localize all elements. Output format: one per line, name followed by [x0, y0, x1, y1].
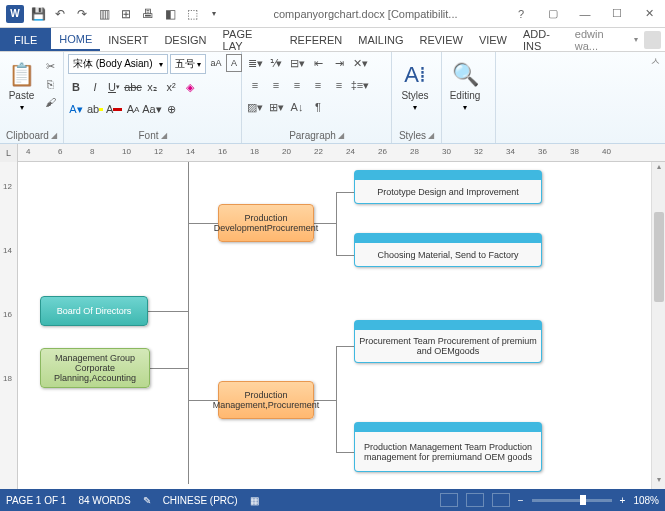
subscript-button[interactable]: x₂: [144, 78, 160, 96]
vertical-scrollbar[interactable]: ▴ ▾: [651, 162, 665, 489]
align-left-button[interactable]: ≡: [246, 76, 264, 94]
org-node-prod-mgmt-team[interactable]: Production Management Team Production ma…: [354, 422, 542, 472]
text-effects-button[interactable]: A▾: [68, 100, 84, 118]
bold-button[interactable]: B: [68, 78, 84, 96]
undo-icon[interactable]: ↶: [52, 6, 68, 22]
shrink-font-button[interactable]: AA: [125, 100, 141, 118]
editing-button[interactable]: 🔍 Editing ▾: [446, 54, 484, 120]
vertical-ruler[interactable]: 12 14 16 18: [0, 162, 18, 489]
status-proofing-icon[interactable]: ✎: [143, 495, 151, 506]
horizontal-ruler[interactable]: L 4 6 8 10 12 14 16 18 20 22 24 26 28 30…: [0, 144, 665, 162]
change-case-button[interactable]: Aa▾: [144, 100, 160, 118]
sort-button[interactable]: A↓: [288, 98, 306, 116]
zoom-in-button[interactable]: +: [620, 495, 626, 506]
tab-home[interactable]: HOME: [51, 28, 100, 51]
qat-icon-2[interactable]: ⊞: [118, 6, 134, 22]
org-node-prod-dev[interactable]: Production DevelopmentProcurement: [218, 204, 314, 242]
font-size-select[interactable]: 五号▾: [170, 54, 206, 74]
align-center-button[interactable]: ≡: [267, 76, 285, 94]
borders-button[interactable]: ⊞▾: [267, 98, 285, 116]
maximize-icon[interactable]: ☐: [605, 4, 629, 24]
highlight-button[interactable]: ab: [87, 100, 103, 118]
strikethrough-button[interactable]: abc: [125, 78, 141, 96]
increase-indent-button[interactable]: ⇥: [330, 54, 348, 72]
clear-format-button[interactable]: ◈: [182, 78, 198, 96]
org-node-prod-mgmt[interactable]: Production Management,Procurement: [218, 381, 314, 419]
scroll-down-icon[interactable]: ▾: [652, 475, 665, 489]
status-language[interactable]: CHINESE (PRC): [163, 495, 238, 506]
clipboard-launcher-icon[interactable]: ◢: [51, 131, 57, 140]
char-border-button[interactable]: A: [226, 54, 242, 72]
org-node-material[interactable]: Choosing Material, Send to Factory: [354, 233, 542, 267]
tab-insert[interactable]: INSERT: [100, 28, 156, 51]
user-name[interactable]: edwin wa...: [575, 28, 628, 52]
align-right-button[interactable]: ≡: [288, 76, 306, 94]
paragraph-launcher-icon[interactable]: ◢: [338, 131, 344, 140]
web-layout-button[interactable]: [492, 493, 510, 507]
org-node-board[interactable]: Board Of Directors: [40, 296, 148, 326]
status-words[interactable]: 84 WORDS: [78, 495, 130, 506]
zoom-out-button[interactable]: −: [518, 495, 524, 506]
show-marks-button[interactable]: ¶: [309, 98, 327, 116]
status-macro-icon[interactable]: ▦: [250, 495, 259, 506]
decrease-indent-button[interactable]: ⇤: [309, 54, 327, 72]
justify-button[interactable]: ≡: [309, 76, 327, 94]
zoom-slider[interactable]: [532, 499, 612, 502]
org-node-prototype[interactable]: Prototype Design and Improvement: [354, 170, 542, 204]
save-icon[interactable]: 💾: [30, 6, 46, 22]
styles-launcher-icon[interactable]: ◢: [428, 131, 434, 140]
redo-icon[interactable]: ↷: [74, 6, 90, 22]
tab-mailings[interactable]: MAILING: [350, 28, 411, 51]
shading-button[interactable]: ▨▾: [246, 98, 264, 116]
tab-view[interactable]: VIEW: [471, 28, 515, 51]
qat-dropdown-icon[interactable]: ▾: [206, 6, 222, 22]
circle-char-button[interactable]: ⊕: [163, 100, 179, 118]
asian-layout-button[interactable]: ✕▾: [351, 54, 369, 72]
grow-font-button[interactable]: aA: [208, 54, 224, 72]
close-icon[interactable]: ✕: [637, 4, 661, 24]
tab-addins[interactable]: ADD-INS: [515, 28, 575, 51]
scroll-thumb[interactable]: [654, 212, 664, 302]
scroll-up-icon[interactable]: ▴: [652, 162, 665, 176]
org-node-procurement-team[interactable]: Procurement Team Procurement of premium …: [354, 320, 542, 363]
print-layout-button[interactable]: [466, 493, 484, 507]
multilevel-button[interactable]: ⊟▾: [288, 54, 306, 72]
collapse-ribbon-icon[interactable]: ㅅ: [646, 52, 665, 143]
qat-icon-1[interactable]: ▥: [96, 6, 112, 22]
read-mode-button[interactable]: [440, 493, 458, 507]
qat-icon-3[interactable]: ◧: [162, 6, 178, 22]
copy-icon[interactable]: ⎘: [41, 76, 59, 92]
org-node-management-group[interactable]: Management Group Corporate Planning,Acco…: [40, 348, 150, 388]
tab-page-layout[interactable]: PAGE LAY: [215, 28, 282, 51]
avatar[interactable]: [644, 31, 661, 49]
format-painter-icon[interactable]: 🖌: [41, 94, 59, 110]
user-dropdown-icon[interactable]: ▾: [634, 35, 638, 44]
tab-file[interactable]: FILE: [0, 28, 51, 51]
underline-button[interactable]: U▾: [106, 78, 122, 96]
superscript-button[interactable]: x²: [163, 78, 179, 96]
italic-button[interactable]: I: [87, 78, 103, 96]
connector: [336, 192, 337, 255]
styles-button[interactable]: A⁞ Styles ▾: [396, 54, 434, 120]
font-launcher-icon[interactable]: ◢: [161, 131, 167, 140]
font-color-button[interactable]: A: [106, 100, 122, 118]
bullets-button[interactable]: ≣▾: [246, 54, 264, 72]
line-spacing-button[interactable]: ‡≡▾: [351, 76, 369, 94]
tab-references[interactable]: REFEREN: [282, 28, 351, 51]
status-page[interactable]: PAGE 1 OF 1: [6, 495, 66, 506]
minimize-icon[interactable]: —: [573, 4, 597, 24]
tab-review[interactable]: REVIEW: [411, 28, 470, 51]
zoom-slider-thumb[interactable]: [580, 495, 586, 505]
cut-icon[interactable]: ✂: [41, 58, 59, 74]
paste-button[interactable]: 📋 Paste ▾: [4, 54, 39, 120]
print-icon[interactable]: 🖶: [140, 6, 156, 22]
tab-design[interactable]: DESIGN: [156, 28, 214, 51]
help-icon[interactable]: ?: [509, 4, 533, 24]
ribbon-options-icon[interactable]: ▢: [541, 4, 565, 24]
numbering-button[interactable]: ⅟▾: [267, 54, 285, 72]
distributed-button[interactable]: ≡: [330, 76, 348, 94]
font-name-select[interactable]: 宋体 (Body Asian)▾: [68, 54, 168, 74]
document-page[interactable]: Board Of Directors Management Group Corp…: [18, 162, 651, 489]
zoom-level[interactable]: 108%: [633, 495, 659, 506]
qat-icon-4[interactable]: ⬚: [184, 6, 200, 22]
